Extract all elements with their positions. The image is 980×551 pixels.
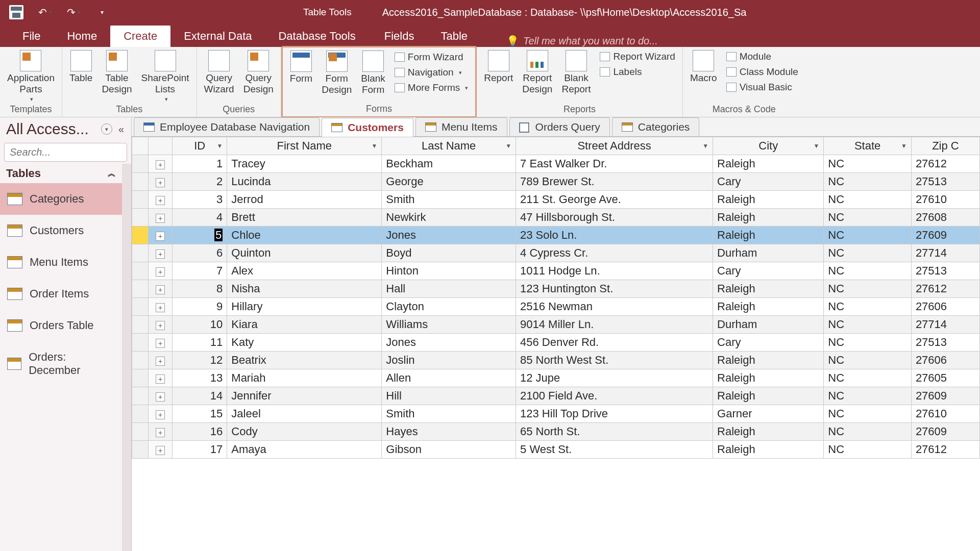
expand-button[interactable]: + — [149, 334, 173, 352]
query-design-button[interactable]: Query Design — [240, 49, 277, 96]
application-parts-button[interactable]: Application Parts▾ — [4, 49, 58, 103]
nav-item[interactable]: Orders: December — [0, 341, 122, 386]
cell-zip[interactable]: 27609 — [911, 227, 979, 244]
cell-last-name[interactable]: Boyd — [382, 244, 516, 262]
table-row[interactable]: +3JerrodSmith211 St. George Ave.RaleighN… — [132, 191, 980, 209]
cell-last-name[interactable]: Hayes — [382, 423, 516, 441]
cell-id[interactable]: 13 — [173, 369, 227, 387]
col-last-name[interactable]: Last Name▼ — [382, 137, 516, 155]
cell-state[interactable]: NC — [824, 405, 912, 423]
cell-id[interactable]: 14 — [173, 387, 227, 405]
cell-id[interactable]: 17 — [173, 441, 227, 459]
cell-state[interactable]: NC — [824, 316, 912, 334]
cell-street[interactable]: 4 Cypress Cr. — [516, 244, 713, 262]
cell-zip[interactable]: 27612 — [911, 441, 979, 459]
expand-button[interactable]: + — [149, 316, 173, 334]
cell-first-name[interactable]: Beatrix — [227, 352, 382, 369]
tell-me-search[interactable]: 💡 Tell me what you want to do... — [506, 35, 658, 47]
cell-street[interactable]: 789 Brewer St. — [516, 173, 713, 191]
cell-last-name[interactable]: Hinton — [382, 262, 516, 280]
cell-city[interactable]: Raleigh — [713, 352, 824, 369]
col-first-name[interactable]: First Name▼ — [227, 137, 382, 155]
table-row[interactable]: +6QuintonBoyd4 Cypress Cr.DurhamNC27714 — [132, 244, 980, 262]
nav-item[interactable]: Customers — [0, 215, 122, 246]
row-selector[interactable] — [132, 369, 149, 387]
cell-zip[interactable]: 27513 — [911, 262, 979, 280]
cell-state[interactable]: NC — [824, 441, 912, 459]
row-selector[interactable] — [132, 244, 149, 262]
cell-city[interactable]: Raleigh — [713, 423, 824, 441]
chevron-down-icon[interactable]: ▼ — [505, 142, 511, 149]
chevron-down-icon[interactable]: ▼ — [901, 142, 907, 149]
cell-city[interactable]: Raleigh — [713, 369, 824, 387]
cell-state[interactable]: NC — [824, 387, 912, 405]
cell-state[interactable]: NC — [824, 227, 912, 244]
cell-first-name[interactable]: Jennifer — [227, 387, 382, 405]
table-row[interactable]: +10KiaraWilliams9014 Miller Ln.DurhamNC2… — [132, 316, 980, 334]
row-selector[interactable] — [132, 155, 149, 173]
nav-dropdown[interactable]: ▾ — [101, 123, 112, 135]
search-input[interactable] — [5, 143, 145, 161]
expand-button[interactable]: + — [149, 423, 173, 441]
table-row[interactable]: +7AlexHinton1011 Hodge Ln.CaryNC27513 — [132, 262, 980, 280]
cell-zip[interactable]: 27609 — [911, 423, 979, 441]
cell-city[interactable]: Cary — [713, 334, 824, 352]
expand-button[interactable]: + — [149, 227, 173, 244]
cell-street[interactable]: 1011 Hodge Ln. — [516, 262, 713, 280]
row-selector[interactable] — [132, 209, 149, 227]
navigation-button[interactable]: Navigation▾ — [391, 66, 471, 79]
cell-first-name[interactable]: Jerrod — [227, 191, 382, 209]
expand-button[interactable]: + — [149, 369, 173, 387]
document-tab[interactable]: Employee Database Navigation — [134, 117, 320, 136]
table-row[interactable]: +11KatyJones456 Denver Rd.CaryNC27513 — [132, 334, 980, 352]
cell-id[interactable]: 12 — [173, 352, 227, 369]
cell-last-name[interactable]: Clayton — [382, 298, 516, 316]
nav-collapse-button[interactable]: « — [115, 123, 127, 135]
qat-customize[interactable]: ▾ — [95, 5, 109, 19]
redo-button[interactable]: ↷▾ — [66, 5, 81, 19]
row-selector[interactable] — [132, 423, 149, 441]
cell-first-name[interactable]: Kiara — [227, 316, 382, 334]
cell-first-name[interactable]: Brett — [227, 209, 382, 227]
expand-button[interactable]: + — [149, 441, 173, 459]
cell-first-name[interactable]: Nisha — [227, 280, 382, 298]
cell-state[interactable]: NC — [824, 191, 912, 209]
sharepoint-lists-button[interactable]: SharePoint Lists▾ — [138, 49, 192, 103]
row-selector[interactable] — [132, 191, 149, 209]
query-wizard-button[interactable]: Query Wizard — [201, 49, 237, 96]
cell-city[interactable]: Raleigh — [713, 298, 824, 316]
row-selector[interactable] — [132, 262, 149, 280]
table-row[interactable]: +1TraceyBeckham7 East Walker Dr.RaleighN… — [132, 155, 980, 173]
row-selector[interactable] — [132, 352, 149, 369]
table-row[interactable]: +12BeatrixJoslin85 North West St.Raleigh… — [132, 352, 980, 369]
cell-zip[interactable]: 27605 — [911, 369, 979, 387]
document-tab[interactable]: Menu Items — [415, 117, 507, 136]
col-state[interactable]: State▼ — [824, 137, 912, 155]
cell-id[interactable]: 2 — [173, 173, 227, 191]
col-city[interactable]: City▼ — [713, 137, 824, 155]
col-id[interactable]: ID▼ — [173, 137, 227, 155]
form-button[interactable]: Form — [287, 49, 315, 85]
form-design-button[interactable]: Form Design — [318, 49, 355, 96]
cell-id[interactable]: 7 — [173, 262, 227, 280]
nav-scrollbar[interactable] — [122, 164, 131, 551]
cell-first-name[interactable]: Cody — [227, 423, 382, 441]
cell-state[interactable]: NC — [824, 369, 912, 387]
row-selector[interactable] — [132, 173, 149, 191]
cell-city[interactable]: Raleigh — [713, 387, 824, 405]
blank-report-button[interactable]: Blank Report — [558, 49, 594, 96]
more-forms-button[interactable]: More Forms▾ — [391, 81, 471, 94]
save-icon[interactable] — [9, 5, 23, 19]
cell-city[interactable]: Raleigh — [713, 191, 824, 209]
cell-last-name[interactable]: Newkirk — [382, 209, 516, 227]
expand-button[interactable]: + — [149, 352, 173, 369]
cell-city[interactable]: Cary — [713, 262, 824, 280]
document-tab[interactable]: Customers — [322, 118, 413, 137]
cell-street[interactable]: 9014 Miller Ln. — [516, 316, 713, 334]
report-wizard-button[interactable]: Report Wizard — [597, 50, 678, 63]
report-design-button[interactable]: Report Design — [519, 49, 555, 96]
cell-street[interactable]: 5 West St. — [516, 441, 713, 459]
cell-zip[interactable]: 27513 — [911, 173, 979, 191]
cell-id[interactable]: 9 — [173, 298, 227, 316]
cell-last-name[interactable]: George — [382, 173, 516, 191]
